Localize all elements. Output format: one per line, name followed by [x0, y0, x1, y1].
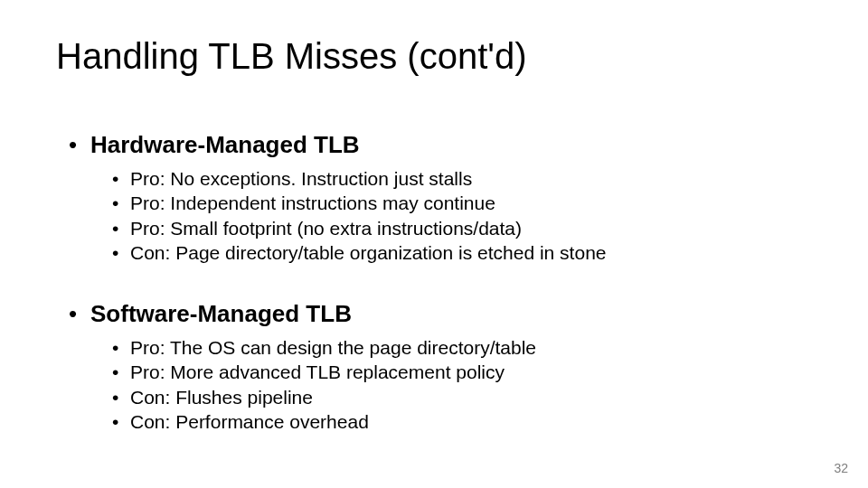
item-text: Con: Flushes pipeline: [130, 385, 313, 409]
bullet-icon: •: [112, 385, 130, 409]
bullet-icon: •: [69, 131, 90, 159]
page-number: 32: [834, 461, 848, 475]
section-heading: • Software-Managed TLB: [69, 300, 536, 328]
list-item: •Pro: Small footprint (no extra instruct…: [112, 216, 607, 240]
item-list: •Pro: The OS can design the page directo…: [112, 335, 536, 434]
section-heading-text: Hardware-Managed TLB: [90, 131, 360, 159]
bullet-icon: •: [112, 360, 130, 384]
list-item: •Pro: Independent instructions may conti…: [112, 191, 607, 215]
bullet-icon: •: [69, 300, 90, 328]
item-text: Pro: More advanced TLB replacement polic…: [130, 360, 505, 384]
list-item: •Con: Flushes pipeline: [112, 385, 536, 409]
list-item: •Con: Performance overhead: [112, 409, 536, 434]
list-item: •Con: Page directory/table organization …: [112, 240, 607, 265]
item-text: Pro: Independent instructions may contin…: [130, 191, 495, 215]
bullet-icon: •: [112, 409, 130, 434]
item-list: •Pro: No exceptions. Instruction just st…: [112, 166, 607, 265]
section-hardware: • Hardware-Managed TLB •Pro: No exceptio…: [69, 131, 607, 265]
item-text: Pro: No exceptions. Instruction just sta…: [130, 166, 472, 191]
section-software: • Software-Managed TLB •Pro: The OS can …: [69, 300, 536, 434]
slide-title: Handling TLB Misses (cont'd): [56, 36, 526, 77]
bullet-icon: •: [112, 335, 130, 360]
item-text: Pro: The OS can design the page director…: [130, 335, 536, 360]
item-text: Con: Page directory/table organization i…: [130, 240, 607, 265]
list-item: •Pro: The OS can design the page directo…: [112, 335, 536, 360]
list-item: •Pro: More advanced TLB replacement poli…: [112, 360, 536, 384]
bullet-icon: •: [112, 240, 130, 265]
section-heading-text: Software-Managed TLB: [90, 300, 352, 328]
bullet-icon: •: [112, 191, 130, 215]
section-heading: • Hardware-Managed TLB: [69, 131, 607, 159]
bullet-icon: •: [112, 216, 130, 240]
item-text: Con: Performance overhead: [130, 409, 369, 434]
bullet-icon: •: [112, 166, 130, 191]
item-text: Pro: Small footprint (no extra instructi…: [130, 216, 522, 240]
slide: Handling TLB Misses (cont'd) • Hardware-…: [0, 0, 868, 488]
list-item: •Pro: No exceptions. Instruction just st…: [112, 166, 607, 191]
